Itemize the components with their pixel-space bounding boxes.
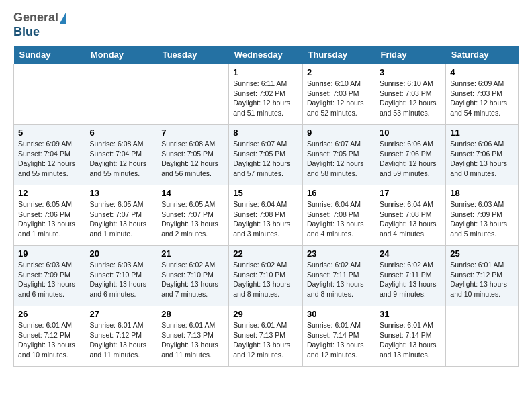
day-number: 16 [307, 188, 371, 198]
day-number: 24 [380, 248, 441, 259]
day-number: 12 [18, 188, 81, 198]
calendar-header-row: SundayMondayTuesdayWednesdayThursdayFrid… [14, 46, 519, 64]
day-info: Sunrise: 6:04 AM Sunset: 7:08 PM Dayligh… [233, 199, 298, 239]
day-info: Sunrise: 6:03 AM Sunset: 7:09 PM Dayligh… [18, 260, 81, 300]
calendar-cell [85, 64, 157, 125]
day-info: Sunrise: 6:01 AM Sunset: 7:13 PM Dayligh… [233, 320, 298, 360]
day-info: Sunrise: 6:07 AM Sunset: 7:05 PM Dayligh… [233, 139, 298, 179]
day-info: Sunrise: 6:08 AM Sunset: 7:04 PM Dayligh… [89, 139, 152, 179]
day-info: Sunrise: 6:05 AM Sunset: 7:06 PM Dayligh… [18, 199, 81, 239]
logo-arrow-icon [60, 13, 66, 24]
calendar-cell: 12Sunrise: 6:05 AM Sunset: 7:06 PM Dayli… [14, 185, 85, 246]
day-info: Sunrise: 6:01 AM Sunset: 7:14 PM Dayligh… [380, 320, 441, 360]
calendar-cell: 15Sunrise: 6:04 AM Sunset: 7:08 PM Dayli… [229, 185, 303, 246]
day-info: Sunrise: 6:01 AM Sunset: 7:12 PM Dayligh… [89, 320, 152, 360]
day-info: Sunrise: 6:02 AM Sunset: 7:10 PM Dayligh… [161, 260, 224, 300]
calendar-cell: 5Sunrise: 6:09 AM Sunset: 7:04 PM Daylig… [14, 125, 85, 185]
day-number: 28 [161, 309, 224, 319]
header-day-friday: Friday [375, 46, 445, 64]
day-number: 22 [233, 248, 298, 259]
day-number: 8 [233, 128, 298, 138]
day-info: Sunrise: 6:10 AM Sunset: 7:03 PM Dayligh… [307, 79, 371, 118]
header-day-monday: Monday [85, 46, 157, 64]
calendar-cell: 8Sunrise: 6:07 AM Sunset: 7:05 PM Daylig… [229, 125, 303, 185]
calendar-cell: 24Sunrise: 6:02 AM Sunset: 7:11 PM Dayli… [375, 246, 445, 306]
day-number: 6 [89, 128, 152, 138]
calendar-cell: 26Sunrise: 6:01 AM Sunset: 7:12 PM Dayli… [14, 306, 85, 367]
day-number: 2 [307, 67, 371, 77]
day-info: Sunrise: 6:08 AM Sunset: 7:05 PM Dayligh… [161, 139, 224, 179]
day-number: 1 [233, 67, 298, 77]
week-row-4: 19Sunrise: 6:03 AM Sunset: 7:09 PM Dayli… [14, 246, 519, 306]
day-number: 31 [380, 309, 441, 319]
day-info: Sunrise: 6:02 AM Sunset: 7:10 PM Dayligh… [233, 260, 298, 300]
calendar-cell: 25Sunrise: 6:01 AM Sunset: 7:12 PM Dayli… [446, 246, 519, 306]
calendar-cell: 17Sunrise: 6:04 AM Sunset: 7:08 PM Dayli… [375, 185, 445, 246]
day-info: Sunrise: 6:01 AM Sunset: 7:14 PM Dayligh… [307, 320, 371, 360]
day-number: 21 [161, 248, 224, 259]
day-number: 13 [89, 188, 152, 198]
day-number: 15 [233, 188, 298, 198]
day-info: Sunrise: 6:10 AM Sunset: 7:03 PM Dayligh… [380, 79, 441, 118]
week-row-2: 5Sunrise: 6:09 AM Sunset: 7:04 PM Daylig… [14, 125, 519, 185]
calendar-cell: 20Sunrise: 6:03 AM Sunset: 7:10 PM Dayli… [85, 246, 157, 306]
calendar-cell: 2Sunrise: 6:10 AM Sunset: 7:03 PM Daylig… [302, 64, 375, 125]
day-number: 3 [380, 67, 441, 77]
week-row-5: 26Sunrise: 6:01 AM Sunset: 7:12 PM Dayli… [14, 306, 519, 367]
day-info: Sunrise: 6:01 AM Sunset: 7:13 PM Dayligh… [161, 320, 224, 360]
day-info: Sunrise: 6:02 AM Sunset: 7:11 PM Dayligh… [380, 260, 441, 300]
day-number: 27 [89, 309, 152, 319]
day-info: Sunrise: 6:09 AM Sunset: 7:03 PM Dayligh… [450, 79, 514, 118]
day-number: 20 [89, 248, 152, 259]
calendar-cell: 19Sunrise: 6:03 AM Sunset: 7:09 PM Dayli… [14, 246, 85, 306]
day-number: 5 [18, 128, 81, 138]
calendar-cell [14, 64, 85, 125]
day-number: 10 [380, 128, 441, 138]
day-number: 14 [161, 188, 224, 198]
day-info: Sunrise: 6:01 AM Sunset: 7:12 PM Dayligh… [18, 320, 81, 360]
day-info: Sunrise: 6:01 AM Sunset: 7:12 PM Dayligh… [450, 260, 514, 300]
calendar-cell: 27Sunrise: 6:01 AM Sunset: 7:12 PM Dayli… [85, 306, 157, 367]
day-number: 7 [161, 128, 224, 138]
day-info: Sunrise: 6:06 AM Sunset: 7:06 PM Dayligh… [380, 139, 441, 179]
header-day-saturday: Saturday [446, 46, 519, 64]
calendar-cell: 31Sunrise: 6:01 AM Sunset: 7:14 PM Dayli… [375, 306, 445, 367]
day-info: Sunrise: 6:04 AM Sunset: 7:08 PM Dayligh… [307, 199, 371, 239]
header-day-wednesday: Wednesday [229, 46, 303, 64]
logo-general-text: General [13, 11, 58, 25]
calendar-cell: 9Sunrise: 6:07 AM Sunset: 7:05 PM Daylig… [302, 125, 375, 185]
calendar-cell: 3Sunrise: 6:10 AM Sunset: 7:03 PM Daylig… [375, 64, 445, 125]
day-number: 19 [18, 248, 81, 259]
calendar-cell: 6Sunrise: 6:08 AM Sunset: 7:04 PM Daylig… [85, 125, 157, 185]
calendar-cell: 30Sunrise: 6:01 AM Sunset: 7:14 PM Dayli… [302, 306, 375, 367]
calendar-cell: 4Sunrise: 6:09 AM Sunset: 7:03 PM Daylig… [446, 64, 519, 125]
calendar-cell: 29Sunrise: 6:01 AM Sunset: 7:13 PM Dayli… [229, 306, 303, 367]
day-info: Sunrise: 6:05 AM Sunset: 7:07 PM Dayligh… [89, 199, 152, 239]
calendar-cell: 23Sunrise: 6:02 AM Sunset: 7:11 PM Dayli… [302, 246, 375, 306]
calendar-cell: 7Sunrise: 6:08 AM Sunset: 7:05 PM Daylig… [157, 125, 229, 185]
calendar-cell [446, 306, 519, 367]
calendar-cell: 22Sunrise: 6:02 AM Sunset: 7:10 PM Dayli… [229, 246, 303, 306]
header-day-tuesday: Tuesday [157, 46, 229, 64]
calendar-cell: 16Sunrise: 6:04 AM Sunset: 7:08 PM Dayli… [302, 185, 375, 246]
header-day-sunday: Sunday [14, 46, 85, 64]
logo-blue-text: Blue [13, 25, 40, 38]
header-day-thursday: Thursday [302, 46, 375, 64]
calendar-cell: 18Sunrise: 6:03 AM Sunset: 7:09 PM Dayli… [446, 185, 519, 246]
calendar-cell: 14Sunrise: 6:05 AM Sunset: 7:07 PM Dayli… [157, 185, 229, 246]
day-number: 26 [18, 309, 81, 319]
day-number: 17 [380, 188, 441, 198]
logo: General Blue [13, 11, 66, 39]
day-info: Sunrise: 6:09 AM Sunset: 7:04 PM Dayligh… [18, 139, 81, 179]
calendar-cell: 10Sunrise: 6:06 AM Sunset: 7:06 PM Dayli… [375, 125, 445, 185]
day-info: Sunrise: 6:11 AM Sunset: 7:02 PM Dayligh… [233, 79, 298, 118]
week-row-1: 1Sunrise: 6:11 AM Sunset: 7:02 PM Daylig… [14, 64, 519, 125]
header: General Blue [13, 11, 519, 39]
day-number: 4 [450, 67, 514, 77]
calendar-table: SundayMondayTuesdayWednesdayThursdayFrid… [13, 46, 519, 367]
day-info: Sunrise: 6:07 AM Sunset: 7:05 PM Dayligh… [307, 139, 371, 179]
calendar-cell: 13Sunrise: 6:05 AM Sunset: 7:07 PM Dayli… [85, 185, 157, 246]
day-info: Sunrise: 6:04 AM Sunset: 7:08 PM Dayligh… [380, 199, 441, 239]
calendar-cell: 11Sunrise: 6:06 AM Sunset: 7:06 PM Dayli… [446, 125, 519, 185]
day-info: Sunrise: 6:05 AM Sunset: 7:07 PM Dayligh… [161, 199, 224, 239]
